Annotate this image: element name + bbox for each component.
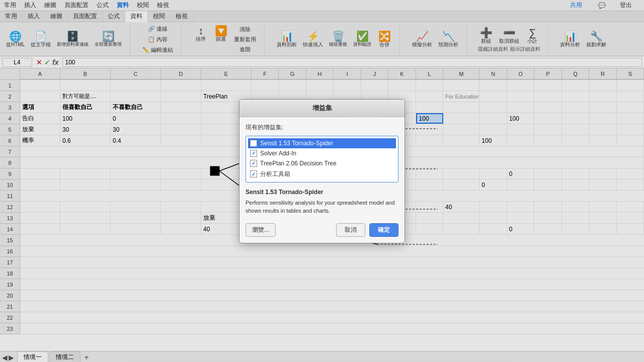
addon-label-treeplan: TreePlan 2.06 Decision Tree — [260, 160, 337, 167]
addon-checkbox-sensit[interactable] — [250, 140, 257, 147]
addon-label-solver: Solver Add-In — [260, 150, 296, 157]
dialog-buttons: 瀏覽... 取消 確定 — [246, 223, 398, 237]
addon-item-solver[interactable]: Solver Add-In — [248, 148, 396, 158]
addon-checkbox-analysis[interactable] — [250, 170, 257, 177]
dialog-body: 現有的增益集: Sensit 1.53 Tornado-Spider Solve… — [239, 117, 405, 243]
cancel-button[interactable]: 取消 — [336, 223, 365, 237]
addon-dialog: 增益集 現有的增益集: Sensit 1.53 Tornado-Spider S… — [239, 99, 405, 243]
dialog-desc-title: Sensit 1.53 Tornado-Spider — [246, 189, 398, 196]
dialog-right-buttons: 取消 確定 — [336, 223, 398, 237]
dialog-overlay: 增益集 現有的增益集: Sensit 1.53 Tornado-Spider S… — [0, 0, 644, 362]
addon-label-analysis: 分析工具箱 — [260, 170, 290, 178]
addon-label-sensit: Sensit 1.53 Tornado-Spider — [260, 140, 333, 147]
dialog-title: 增益集 — [239, 100, 405, 117]
dialog-desc-text: Performs sensitivity analysis for your s… — [246, 199, 398, 215]
addon-list: Sensit 1.53 Tornado-Spider Solver Add-In… — [246, 136, 398, 183]
browse-button[interactable]: 瀏覽... — [246, 223, 276, 237]
addon-item-sensit[interactable]: Sensit 1.53 Tornado-Spider — [248, 138, 396, 148]
addon-checkbox-solver[interactable] — [250, 150, 257, 157]
dialog-section-label: 現有的增益集: — [246, 123, 398, 132]
addon-checkbox-treeplan[interactable] — [250, 160, 257, 167]
addon-item-analysis[interactable]: 分析工具箱 — [248, 168, 396, 180]
ok-button[interactable]: 確定 — [369, 223, 398, 237]
addon-item-treeplan[interactable]: TreePlan 2.06 Decision Tree — [248, 158, 396, 168]
